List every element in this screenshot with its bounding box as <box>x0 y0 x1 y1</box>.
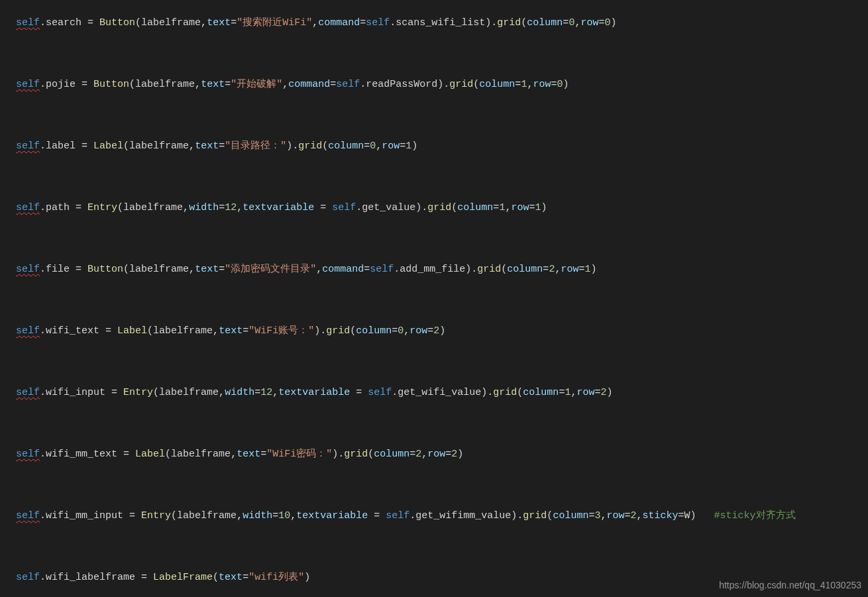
blank-line <box>16 478 868 493</box>
code-line: self.path = Entry(labelframe,width=12,te… <box>16 200 868 215</box>
blank-line <box>16 416 868 431</box>
blank-line <box>16 539 868 555</box>
blank-line <box>16 293 868 308</box>
code-line: self.wifi_mm_text = Label(labelframe,tex… <box>16 447 868 462</box>
blank-line <box>16 46 868 62</box>
code-line: self.pojie = Button(labelframe,text="开始破… <box>16 77 868 92</box>
code-line: self.search = Button(labelframe,text="搜索… <box>16 15 868 30</box>
code-line: self.label = Label(labelframe,text="目录路径… <box>16 138 868 154</box>
code-line: self.wifi_text = Label(labelframe,text="… <box>16 323 868 339</box>
code-line: self.wifi_mm_input = Entry(labelframe,wi… <box>16 508 868 523</box>
code-line: self.wifi_input = Entry(labelframe,width… <box>16 385 868 400</box>
blank-line <box>16 231 868 246</box>
code-editor[interactable]: self.search = Button(labelframe,text="搜索… <box>0 0 868 597</box>
blank-line <box>16 108 868 123</box>
watermark-text: https://blog.csdn.net/qq_41030253 <box>719 578 861 593</box>
blank-line <box>16 170 868 185</box>
blank-line <box>16 354 868 370</box>
code-line: self.file = Button(labelframe,text="添加密码… <box>16 262 868 277</box>
